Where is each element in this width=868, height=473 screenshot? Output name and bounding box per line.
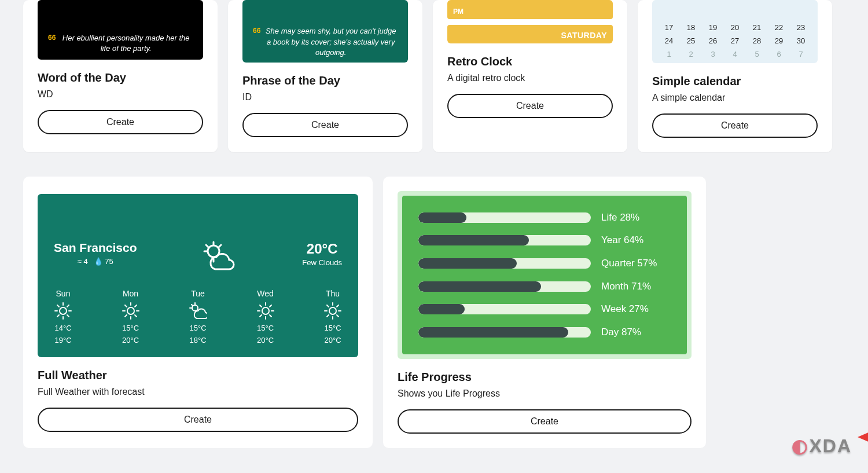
calendar-day: 26 <box>709 36 717 45</box>
svg-point-5 <box>329 307 336 314</box>
template-grid-row-2: San Francisco ≈ 4💧 75 20°C Few Clouds Su… <box>23 177 845 448</box>
forecast-lo: 14°C <box>54 324 71 332</box>
progress-label: Year 64% <box>601 234 671 246</box>
calendar-day: 2 <box>689 50 693 58</box>
progress-bar <box>418 304 591 314</box>
arrow-annotation-icon <box>852 423 868 448</box>
card-desc: Full Weather with forecast <box>38 387 358 397</box>
card-title: Word of the Day <box>38 71 203 85</box>
calendar-day: 21 <box>753 23 761 32</box>
calendar-day: 30 <box>797 36 805 45</box>
svg-point-4 <box>262 307 269 314</box>
calendar-day: 4 <box>733 50 737 58</box>
pm-label: PM <box>453 8 464 16</box>
quote-text: She may seem shy, but you can't judge a … <box>264 26 398 58</box>
calendar-day: 25 <box>687 36 695 45</box>
weather-city: San Francisco <box>54 241 137 255</box>
create-button[interactable]: Create <box>447 94 613 118</box>
day-label: SATURDAY <box>561 31 607 40</box>
card-desc: WD <box>38 89 203 100</box>
forecast-hi: 20°C <box>324 336 341 344</box>
template-grid-row-1: 66Her ebullient personality made her the… <box>23 0 845 152</box>
logo-glyph-icon: ◐ <box>792 435 809 448</box>
weather-cond: Few Clouds <box>302 258 342 267</box>
create-button[interactable]: Create <box>38 110 203 134</box>
svg-point-2 <box>127 307 134 314</box>
card-life-progress: Life 28%Year 64%Quarter 57%Month 71%Week… <box>383 177 706 448</box>
calendar-day: 5 <box>755 50 759 58</box>
quote-mark-icon: 66 <box>48 33 56 54</box>
forecast-dayname: Thu <box>326 289 340 298</box>
calendar-day: 29 <box>775 36 783 45</box>
forecast-day: Sun14°C19°C <box>54 289 72 344</box>
progress-row: Quarter 57% <box>418 258 671 269</box>
create-button[interactable]: Create <box>398 409 692 434</box>
preview-weather: San Francisco ≈ 4💧 75 20°C Few Clouds Su… <box>38 194 358 357</box>
calendar-day: 22 <box>775 23 783 32</box>
card-desc: Shows you Life Progress <box>398 388 692 399</box>
preview-wod: 66Her ebullient personality made her the… <box>38 0 203 60</box>
forecast-day: Wed15°C20°C <box>256 289 275 344</box>
forecast-hi: 18°C <box>189 336 206 344</box>
forecast-dayname: Tue <box>191 289 205 298</box>
forecast-dayname: Sun <box>56 289 71 298</box>
progress-row: Life 28% <box>418 212 671 223</box>
calendar-day: 28 <box>753 36 761 45</box>
calendar-day: 3 <box>711 50 715 58</box>
card-retro-clock: PM SATURDAY Retro Clock A digital retro … <box>433 0 627 152</box>
create-button[interactable]: Create <box>38 408 358 432</box>
create-button[interactable]: Create <box>652 113 818 138</box>
progress-bar <box>418 327 591 338</box>
progress-label: Life 28% <box>601 212 671 223</box>
calendar-day: 23 <box>797 23 805 32</box>
card-title: Simple calendar <box>652 75 818 88</box>
forecast-dayname: Mon <box>123 289 138 298</box>
forecast-hi: 19°C <box>54 336 71 344</box>
forecast-dayname: Wed <box>257 289 274 298</box>
weather-temp: 20°C <box>302 241 342 257</box>
card-title: Retro Clock <box>447 55 613 68</box>
sun-cloud-icon <box>199 241 240 273</box>
card-desc: A digital retro clock <box>447 73 613 83</box>
preview-life: Life 28%Year 64%Quarter 57%Month 71%Week… <box>398 191 692 359</box>
progress-bar <box>418 281 591 292</box>
progress-label: Week 27% <box>601 303 671 315</box>
calendar-day: 1 <box>667 50 671 58</box>
forecast-lo: 15°C <box>257 324 274 332</box>
humidity-icon: 💧 75 <box>94 257 113 266</box>
xda-logo: ◐XDA <box>792 435 852 448</box>
wind-icon: ≈ 4 <box>78 257 88 266</box>
card-phrase-of-day: 66She may seem shy, but you can't judge … <box>228 0 422 152</box>
card-simple-calendar: 17181920212223242526272829301234567 Simp… <box>638 0 832 152</box>
progress-row: Month 71% <box>418 281 671 292</box>
forecast-hi: 20°C <box>257 336 274 344</box>
forecast-lo: 15°C <box>324 324 341 332</box>
calendar-day: 27 <box>731 36 739 45</box>
progress-label: Day 87% <box>601 327 671 338</box>
card-title: Full Weather <box>38 369 358 382</box>
card-word-of-day: 66Her ebullient personality made her the… <box>23 0 218 152</box>
progress-row: Day 87% <box>418 327 671 338</box>
progress-row: Week 27% <box>418 303 671 315</box>
svg-point-1 <box>60 307 67 314</box>
progress-bar <box>418 258 591 269</box>
card-desc: ID <box>242 92 408 102</box>
calendar-day: 6 <box>777 50 781 58</box>
calendar-day: 7 <box>799 50 803 58</box>
calendar-day: 18 <box>687 23 695 32</box>
card-title: Life Progress <box>398 371 692 384</box>
forecast-lo: 15°C <box>189 324 206 332</box>
progress-row: Year 64% <box>418 234 671 246</box>
calendar-day: 24 <box>665 36 673 45</box>
forecast-day: Tue15°C18°C <box>189 289 207 344</box>
preview-pod: 66She may seem shy, but you can't judge … <box>242 0 408 63</box>
calendar-row: 1234567 <box>658 47 812 61</box>
calendar-day: 17 <box>665 23 673 32</box>
create-button[interactable]: Create <box>242 113 408 137</box>
forecast-lo: 15°C <box>122 324 139 332</box>
card-desc: A simple calendar <box>652 93 818 103</box>
calendar-day: 20 <box>731 23 739 32</box>
progress-label: Quarter 57% <box>601 258 671 269</box>
calendar-row: 24252627282930 <box>658 34 812 47</box>
quote-mark-icon: 66 <box>253 26 260 58</box>
